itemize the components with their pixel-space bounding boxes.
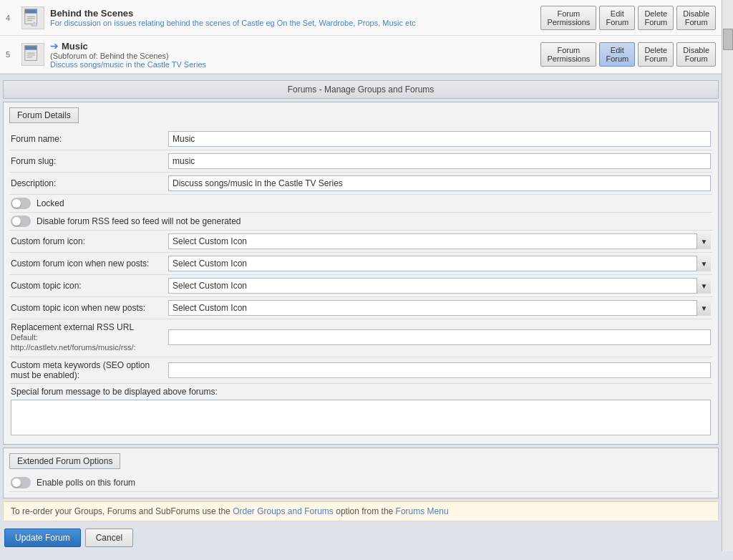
forum-permissions-btn-5[interactable]: ForumPermissions: [540, 42, 596, 67]
custom-forum-icon-new-row: Custom forum icon when new posts: ▼: [9, 253, 712, 275]
cancel-button[interactable]: Cancel: [85, 528, 133, 547]
forum-details-panel: Forum Details Forum name: Forum slug: De…: [3, 102, 719, 445]
disable-forum-btn-5[interactable]: DisableForum: [676, 42, 716, 67]
replacement-rss-label: Replacement external RSS URL Default: ht…: [11, 322, 168, 352]
meta-keywords-control: [168, 362, 711, 378]
edit-forum-btn-5[interactable]: EditForum: [599, 42, 635, 67]
forum-slug-control: [168, 153, 711, 169]
forum-icon-5: [20, 42, 46, 67]
custom-forum-icon-select[interactable]: [168, 233, 711, 249]
section-header: Forums - Manage Groups and Forums: [3, 80, 719, 99]
info-middle: option from the: [336, 506, 393, 516]
forum-desc-5: Discuss songs/music in the Castle TV Ser…: [50, 60, 540, 69]
replacement-rss-control: [168, 329, 711, 345]
meta-keywords-label: Custom meta keywords (SEO option must be…: [11, 360, 168, 380]
forum-info-4: Behind the Scenes For discussion on issu…: [50, 8, 540, 27]
scrollbar[interactable]: [722, 0, 733, 551]
forum-desc-4: For discussion on issues relating behind…: [50, 19, 540, 27]
subforum-arrow-icon: ➔: [50, 40, 59, 52]
svg-rect-1: [25, 9, 37, 13]
info-prefix: To re-order your Groups, Forums and SubF…: [11, 506, 230, 516]
custom-forum-icon-new-label: Custom forum icon when new posts:: [11, 259, 168, 269]
special-message-row: Special forum message to be displayed ab…: [9, 384, 712, 438]
forum-actions-5: ForumPermissions EditForum DeleteForum D…: [540, 42, 716, 67]
scrollbar-thumb[interactable]: [723, 29, 733, 50]
disable-rss-row: Disable forum RSS feed so feed will not …: [9, 213, 712, 231]
forum-info-5: ➔ Music (Subforum of: Behind the Scenes)…: [50, 40, 540, 69]
disable-rss-knob: [12, 217, 21, 226]
custom-topic-icon-new-label: Custom topic icon when new posts:: [11, 303, 168, 313]
description-row: Description:: [9, 173, 712, 195]
panel-title: Forum Details: [9, 107, 79, 123]
enable-polls-row: Enable polls on this forum: [9, 474, 712, 492]
forum-row-music: 5 ➔ Music: [0, 36, 722, 74]
custom-forum-icon-new-control: ▼: [168, 256, 711, 271]
locked-label: Locked: [37, 198, 64, 208]
disable-forum-btn-4[interactable]: DisableForum: [676, 6, 716, 30]
delete-forum-btn-4[interactable]: DeleteForum: [638, 6, 674, 30]
custom-forum-icon-label: Custom forum icon:: [11, 236, 168, 246]
custom-forum-icon-new-select[interactable]: [168, 256, 711, 271]
forum-document-icon-5: [24, 44, 42, 64]
custom-topic-icon-new-select[interactable]: [168, 300, 711, 316]
extended-panel-title: Extended Forum Options: [9, 453, 120, 469]
disable-rss-label: Disable forum RSS feed so feed will not …: [37, 216, 241, 226]
custom-topic-icon-select[interactable]: [168, 278, 711, 294]
custom-topic-icon-control: ▼: [168, 278, 711, 294]
update-forum-button[interactable]: Update Forum: [4, 528, 81, 547]
enable-polls-toggle[interactable]: [11, 477, 31, 488]
forum-number-5: 5: [6, 50, 20, 59]
meta-keywords-row: Custom meta keywords (SEO option must be…: [9, 357, 712, 384]
special-message-textarea[interactable]: [11, 400, 711, 435]
custom-topic-icon-row: Custom topic icon: ▼: [9, 275, 712, 297]
disable-rss-toggle[interactable]: [11, 216, 31, 227]
bottom-actions: Update Forum Cancel: [0, 524, 722, 551]
svg-rect-6: [25, 46, 37, 50]
replacement-rss-input[interactable]: [168, 329, 711, 345]
locked-row: Locked: [9, 195, 712, 213]
locked-knob: [12, 199, 21, 208]
forums-menu-link[interactable]: Forums Menu: [396, 506, 449, 516]
description-input[interactable]: [168, 175, 711, 191]
forum-subtitle-5: (Subforum of: Behind the Scenes): [50, 52, 540, 60]
description-label: Description:: [11, 178, 168, 188]
forum-document-icon-4: [24, 8, 42, 28]
rss-default-text: Default: http://castletv.net/forums/musi…: [11, 333, 136, 352]
custom-topic-icon-new-control: ▼: [168, 300, 711, 316]
delete-forum-btn-5[interactable]: DeleteForum: [638, 42, 674, 67]
forum-title-5: Music: [62, 41, 88, 52]
locked-toggle[interactable]: [11, 198, 31, 209]
info-message: To re-order your Groups, Forums and SubF…: [3, 501, 719, 521]
forum-title-4: Behind the Scenes: [50, 8, 540, 19]
enable-polls-label: Enable polls on this forum: [37, 478, 135, 488]
forum-slug-input[interactable]: [168, 153, 711, 169]
description-control: [168, 175, 711, 191]
forum-slug-label: Forum slug:: [11, 156, 168, 166]
custom-forum-icon-control: ▼: [168, 233, 711, 249]
forum-row-behind-scenes: 4 Behind the Scenes: [0, 0, 722, 36]
custom-topic-icon-new-row: Custom topic icon when new posts: ▼: [9, 297, 712, 319]
forum-permissions-btn-4[interactable]: ForumPermissions: [540, 6, 596, 30]
custom-forum-icon-row: Custom forum icon: ▼: [9, 231, 712, 253]
edit-forum-btn-4[interactable]: EditForum: [599, 6, 635, 30]
forum-icon-4: [20, 5, 46, 31]
extended-forum-options-panel: Extended Forum Options Enable polls on t…: [3, 448, 719, 498]
forum-name-input[interactable]: [168, 131, 711, 147]
special-message-label: Special forum message to be displayed ab…: [11, 387, 711, 397]
forum-name-control: [168, 131, 711, 147]
forum-actions-4: ForumPermissions EditForum DeleteForum D…: [540, 6, 716, 30]
enable-polls-knob: [12, 478, 21, 487]
meta-keywords-input[interactable]: [168, 362, 711, 378]
forum-list: 4 Behind the Scenes: [0, 0, 722, 74]
forum-slug-row: Forum slug:: [9, 150, 712, 173]
forum-name-label: Forum name:: [11, 134, 168, 144]
order-groups-link[interactable]: Order Groups and Forums: [233, 506, 334, 516]
custom-topic-icon-label: Custom topic icon:: [11, 281, 168, 291]
forum-number-4: 4: [6, 14, 20, 22]
replacement-rss-row: Replacement external RSS URL Default: ht…: [9, 319, 712, 357]
forum-name-row: Forum name:: [9, 128, 712, 150]
